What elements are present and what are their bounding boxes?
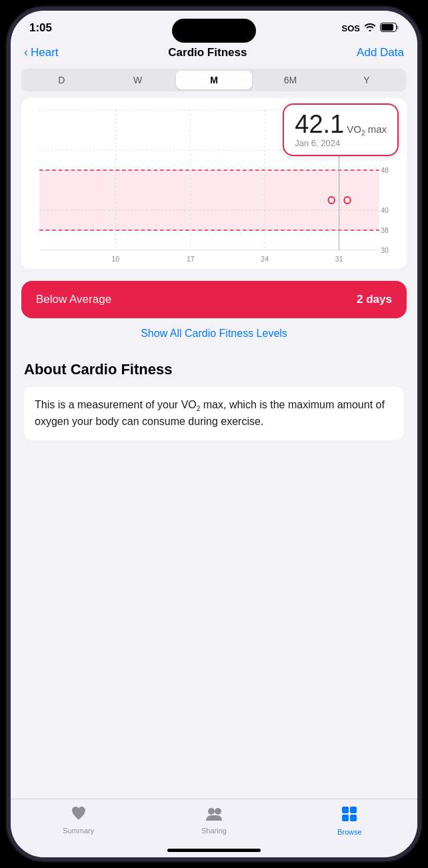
svg-rect-33 bbox=[350, 815, 357, 821]
svg-rect-2 bbox=[381, 24, 393, 31]
tab-summary[interactable]: Summary bbox=[52, 806, 105, 835]
banner-value: 2 days bbox=[357, 293, 392, 306]
battery-icon bbox=[380, 23, 399, 34]
tab-sharing[interactable]: Sharing bbox=[187, 806, 241, 835]
data-callout: 42.1 VO2 max Jan 6, 2024 bbox=[283, 103, 399, 156]
about-text: This is a measurement of your VO2 max, w… bbox=[35, 397, 393, 430]
tab-summary-label: Summary bbox=[63, 827, 94, 835]
chevron-left-icon: ‹ bbox=[24, 45, 28, 59]
tab-browse[interactable]: Browse bbox=[323, 806, 376, 836]
svg-text:40: 40 bbox=[381, 206, 389, 214]
tab-sharing-label: Sharing bbox=[201, 827, 227, 835]
svg-text:24: 24 bbox=[261, 255, 269, 263]
about-title: About Cardio Fitness bbox=[24, 361, 404, 378]
sos-badge: SOS bbox=[342, 23, 360, 33]
svg-text:30: 30 bbox=[381, 246, 389, 254]
nav-header: ‹ Heart Cardio Fitness Add Data bbox=[11, 40, 417, 66]
callout-unit: VO2 max bbox=[347, 124, 387, 137]
svg-rect-30 bbox=[342, 807, 349, 813]
svg-point-0 bbox=[369, 30, 371, 32]
status-icons: SOS bbox=[342, 23, 399, 34]
chart-container: 42.1 VO2 max Jan 6, 2024 60 50 48 40 38 … bbox=[21, 98, 407, 269]
below-average-banner: Below Average 2 days bbox=[21, 281, 407, 318]
svg-rect-31 bbox=[350, 807, 357, 813]
add-data-button[interactable]: Add Data bbox=[357, 46, 404, 59]
home-bar bbox=[167, 849, 261, 852]
segment-m[interactable]: M bbox=[176, 71, 252, 89]
tab-browse-label: Browse bbox=[337, 828, 362, 836]
time-segment-control: D W M 6M Y bbox=[21, 69, 407, 91]
svg-rect-3 bbox=[397, 25, 399, 29]
svg-text:10: 10 bbox=[112, 255, 120, 263]
banner-label: Below Average bbox=[36, 293, 111, 306]
svg-rect-32 bbox=[342, 815, 349, 821]
show-all-button[interactable]: Show All Cardio Fitness Levels bbox=[11, 328, 417, 340]
svg-text:38: 38 bbox=[381, 226, 389, 234]
back-label: Heart bbox=[31, 46, 59, 59]
svg-point-28 bbox=[208, 808, 215, 815]
tab-bar: Summary Sharing bbox=[11, 799, 417, 839]
home-indicator bbox=[11, 839, 417, 857]
segment-w[interactable]: W bbox=[99, 71, 175, 89]
page-title: Cardio Fitness bbox=[168, 46, 247, 59]
dynamic-island bbox=[172, 19, 256, 43]
heart-icon bbox=[71, 806, 87, 825]
status-bar: 1:05 SOS bbox=[11, 11, 417, 40]
status-time: 1:05 bbox=[29, 21, 52, 35]
segment-y[interactable]: Y bbox=[329, 71, 405, 89]
svg-text:17: 17 bbox=[187, 255, 195, 263]
svg-point-29 bbox=[215, 808, 221, 815]
show-all-text: Show All Cardio Fitness Levels bbox=[141, 328, 287, 339]
callout-date: Jan 6, 2024 bbox=[295, 138, 387, 148]
segment-d[interactable]: D bbox=[23, 71, 99, 89]
sharing-icon bbox=[205, 806, 223, 825]
about-card: This is a measurement of your VO2 max, w… bbox=[24, 386, 404, 440]
browse-icon bbox=[341, 806, 357, 826]
callout-value: 42.1 bbox=[295, 111, 344, 137]
segment-6m[interactable]: 6M bbox=[252, 71, 328, 89]
svg-text:31: 31 bbox=[335, 255, 343, 263]
about-section: About Cardio Fitness This is a measureme… bbox=[11, 349, 417, 799]
wifi-icon bbox=[364, 23, 376, 33]
svg-text:48: 48 bbox=[381, 166, 389, 174]
back-button[interactable]: ‹ Heart bbox=[24, 45, 59, 59]
